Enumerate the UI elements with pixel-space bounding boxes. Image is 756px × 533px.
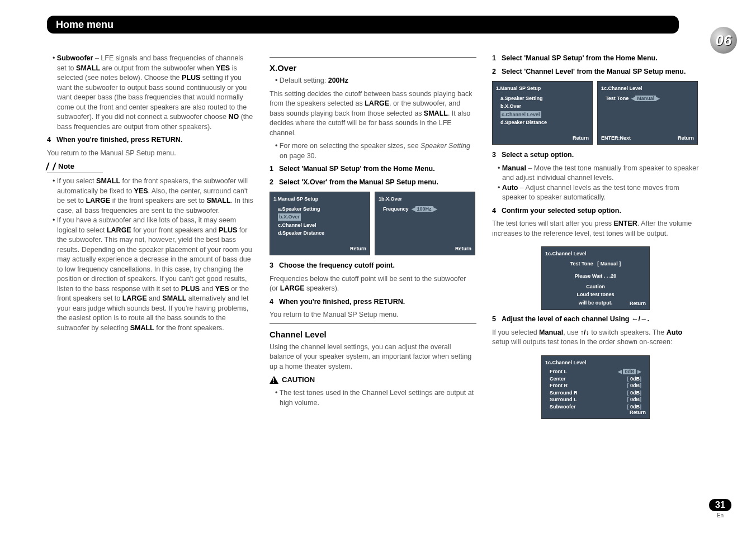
step4-text: When you're finished, press RETURN. [56,136,182,144]
t: NO [228,113,239,121]
osd-row: c.Channel Level [273,221,366,230]
freq-label: Frequency [383,206,409,212]
page-number-badge: 31 [709,499,731,511]
c3-step-3: 3Select a setup option. [492,150,699,160]
level-row: Surround R[ 0dB] [545,389,646,397]
t: LARGE [365,99,389,107]
freq-val: 100Hz [415,206,433,212]
t: on page 30. [280,152,316,160]
t: If you select [57,177,96,185]
t: LARGE [280,284,305,292]
channel-val: [ 0dB] [627,396,641,403]
tone-label: Test Tone [606,96,629,101]
channel-name: Front R [550,382,568,389]
level-row: Surround L[ 0dB] [545,396,646,403]
step-1: 1Select 'Manual SP Setup' from the Home … [270,164,476,174]
t: Confirm your selected setup option. [502,207,621,215]
t: 200Hz [328,77,348,84]
note-icon [45,163,56,170]
osd-xover: 1b.X.Over Frequency ◀100Hz▶ Return [375,192,475,255]
t: . [647,315,649,323]
t: LARGE [107,226,131,234]
t: – Move the test tone manually from speak… [502,164,698,182]
t: LARGE [122,294,147,302]
c3-step-5: 5Adjust the level of each channel Using … [492,315,699,325]
osd-title: 1c.Channel Level [601,85,694,92]
column-1: Subwoofer – LFE signals and bass frequen… [47,54,254,423]
t: , use [563,329,580,336]
level-row: Front L◀ 0dB ▶ [545,368,646,375]
t: Choose the frequency cutoff point. [279,261,395,269]
c3-step4-after: The test tones will start after you pres… [492,219,699,239]
channel-val: [ 0dB] [627,382,641,389]
t: SMALL [96,177,120,185]
step-3: 3Choose the frequency cutoff point. [270,261,476,271]
opt-manual: Manual – Move the test tone manually fro… [498,164,699,183]
divider [270,323,476,324]
t: Select 'Manual SP Setup' from the Home M… [502,54,658,62]
t: Test Tone [570,261,593,266]
osd-manual-sp-setup: 1.Manual SP Setup a.Speaker Setting b.X.… [270,192,370,255]
t: Adjust the level of each channel Using [502,315,631,323]
chapter-badge: 06 [710,27,737,54]
t: Select 'X.Over' from the Manual SP Setup… [279,178,438,186]
t: PLUS [181,285,200,293]
t: for the front speakers. [154,324,224,332]
divider [270,57,476,58]
osd-channel-levels: 1c.Channel Level Front L◀ 0dB ▶Center[ 0… [541,355,650,419]
xover-heading: X.Over [270,62,476,74]
step-4b: 4When you're finished, press RETURN. [270,297,476,307]
osd-return: Return [630,300,646,307]
osd-title: 1.Manual SP Setup [273,196,366,203]
osd-row: a.Speaker Setting [273,205,366,213]
ch-desc: Using the channel level settings, you ca… [270,342,476,372]
c3-step-2: 2Select 'Channel Level' from the Manual … [492,67,699,77]
channel-val: [ 0dB] [627,375,641,383]
osd-channel-level: 1c.Channel Level Test Tone ◀Manual▶ ENTE… [597,81,698,145]
channel-val: [ 0dB] [627,389,641,397]
t: SMALL [207,197,231,204]
caution-label: CAUTION [282,375,315,385]
c3-step5-after: If you selected Manual, use ↑/↓ to switc… [492,328,699,348]
t: – Adjust channel levels as the test tone… [502,184,679,202]
t: Auto [502,184,518,192]
osd-return: Return [630,409,646,416]
t: SMALL [162,294,186,302]
note-2: If you have a subwoofer and like lots of… [53,216,254,333]
caution-header: CAUTION [270,375,476,385]
right-arrow-icon: ▶ [656,96,660,101]
osd-row: d.Speaker Distance [496,118,589,127]
osd-row-highlight: c.Channel Level [500,111,541,118]
osd-row: d.Speaker Distance [273,229,366,237]
t: are output from the subwoofer when [100,64,216,72]
wait-text: Please Wait . . .20 [545,272,646,280]
channel-name: Surround L [550,396,577,403]
default-setting: Default setting: 200Hz [275,76,476,86]
osd-test-tone-wait: 1c.Channel Level Test Tone [ Manual ] Pl… [541,246,650,310]
t: Manual [539,329,563,336]
caution-icon [270,376,278,384]
t: SMALL [130,324,154,332]
subwoofer-item: Subwoofer – LFE signals and bass frequen… [53,54,254,132]
tone-val: Manual [635,96,656,101]
sub-label: Subwoofer [57,54,93,62]
c3-step-4: 4Confirm your selected setup option. [492,206,699,216]
step4-after: You return to the Manual SP Setup menu. [47,149,254,159]
t: ENTER [613,220,637,227]
t: SMALL [424,110,448,117]
step-2: 2Select 'X.Over' from the Manual SP Setu… [270,178,476,188]
t: YES [134,187,148,195]
osd-title: 1c.Channel Level [545,359,646,367]
osd-return: Return [455,245,471,253]
column-2: X.Over Default setting: 200Hz This setti… [270,54,476,423]
caution-text: The test tones used in the Channel Level… [275,388,476,408]
osd-return: Return [573,135,589,142]
t: If you selected [492,329,539,336]
osd-title: 1c.Channel Level [545,250,646,258]
osd-return: Return [350,245,366,253]
step4b-after: You return to the Manual SP Setup menu. [270,310,476,320]
t: Default setting: [280,77,328,84]
t: speakers). [305,284,339,292]
header-bar: Home menu [47,16,679,34]
note-header: Note [47,161,103,173]
